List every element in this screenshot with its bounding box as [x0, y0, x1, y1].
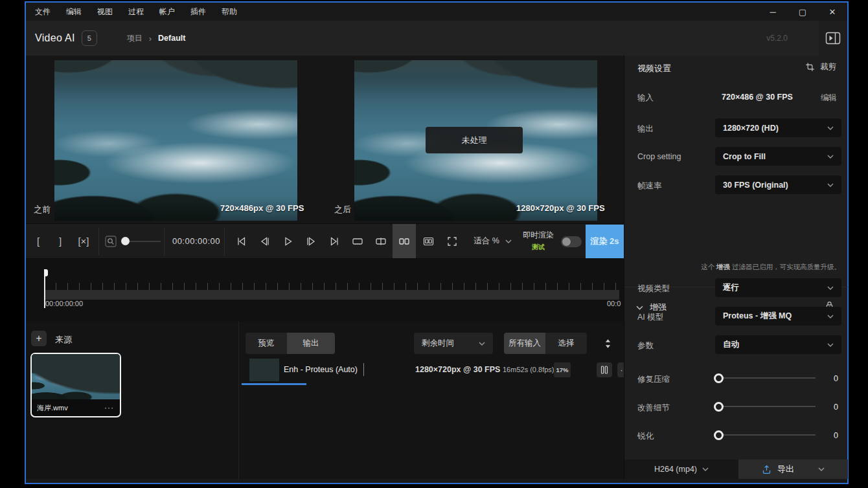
menu-view[interactable]: 视图 [97, 6, 113, 17]
add-source-button[interactable]: + [31, 331, 47, 346]
zoom-preview-icon [102, 224, 119, 258]
chevron-down-icon [702, 467, 709, 471]
ai-model-dropdown[interactable]: Proteus - 增强 MQ [715, 307, 841, 326]
render-button[interactable]: 渲染 2s [586, 225, 624, 258]
compression-slider[interactable] [715, 377, 816, 379]
source-thumbnail [32, 354, 120, 399]
timeline[interactable]: 00:00:00:00 00:0 [26, 259, 624, 322]
breadcrumb-current[interactable]: Default [158, 34, 185, 43]
version-badge: 5 [82, 30, 97, 46]
chevron-down-icon [827, 286, 834, 290]
chevron-down-icon [818, 467, 825, 471]
zoom-fit-dropdown[interactable]: 适合 % [470, 224, 503, 258]
tab-output[interactable]: 输出 [287, 333, 335, 354]
window-controls: ─ ▢ ✕ [758, 3, 847, 21]
step-forward-button[interactable] [302, 224, 320, 258]
trim-out-button[interactable]: ] [52, 224, 69, 258]
video-type-label: 视频类型 [637, 283, 670, 294]
before-label: 之前 [34, 204, 51, 216]
breadcrumb-chevron-icon: › [149, 34, 152, 43]
fullscreen-button[interactable] [443, 224, 461, 258]
params-dropdown[interactable]: 自动 [715, 335, 841, 354]
single-view-button[interactable] [348, 224, 367, 258]
slider-handle[interactable] [714, 402, 724, 412]
chevron-down-icon [827, 126, 834, 130]
queue-row-name[interactable]: Enh - Proteus (Auto) [284, 365, 358, 374]
playhead-flag [44, 269, 48, 276]
enhance-note: 这个 增强 过滤器已启用，可实现高质量升级。 [634, 263, 841, 272]
details-slider[interactable] [715, 406, 816, 407]
crop-button[interactable]: 裁剪 [805, 61, 836, 72]
menu-file[interactable]: 文件 [35, 6, 51, 17]
menu-edit[interactable]: 编辑 [66, 6, 82, 17]
queue-row-eta: 16m52s (0.8fps) [503, 366, 554, 373]
input-edit-button[interactable]: 编辑 [821, 93, 837, 104]
crop-icon [805, 62, 815, 72]
tab-preview[interactable]: 预览 [246, 333, 287, 354]
sort-order-button[interactable] [602, 336, 613, 351]
video-type-dropdown[interactable]: 逐行 [715, 278, 841, 297]
name-caret [363, 363, 364, 376]
playback-toolbar: [ ] [×] 00:00:00:00 [26, 223, 624, 259]
minimize-button[interactable]: ─ [758, 3, 788, 21]
panel-divider [238, 322, 239, 479]
video-settings-title: 视频设置 [637, 63, 671, 74]
play-button[interactable] [279, 224, 297, 258]
side-by-side-view-button[interactable] [393, 224, 416, 258]
chevron-down-icon [479, 342, 485, 346]
pause-button[interactable] [597, 362, 612, 377]
menu-process[interactable]: 过程 [128, 6, 144, 17]
sort-dropdown[interactable]: 剩余时间 [414, 333, 493, 354]
slider-handle[interactable] [714, 373, 724, 383]
queue-row-thumbnail [249, 359, 279, 381]
menu-help[interactable]: 帮助 [222, 6, 237, 17]
frame-rate-dropdown[interactable]: 30 FPS (Original) [715, 175, 841, 194]
timeline-track[interactable] [44, 290, 619, 300]
export-button[interactable]: 导出 [738, 460, 848, 479]
fit-chevron-down-icon [503, 224, 514, 258]
beta-badge: 测试 [520, 243, 557, 252]
chevron-down-icon [827, 183, 834, 187]
before-video-frame[interactable] [54, 60, 297, 221]
frame-rate-label: 帧速率 [637, 181, 662, 192]
preview-zoom-slider[interactable] [122, 241, 161, 242]
crop-setting-dropdown[interactable]: Crop to Fill [715, 147, 841, 166]
current-timecode: 00:00:00:00 [170, 224, 223, 258]
queue-row-resolution: 1280×720px @ 30 FPS [415, 365, 500, 374]
filter-select[interactable]: 选择 [545, 333, 587, 354]
split-view-button[interactable] [372, 224, 390, 258]
timeline-end-timecode: 00:0 [607, 300, 625, 307]
compare-views-button[interactable] [419, 224, 437, 258]
clear-trim-button[interactable]: [×] [73, 224, 95, 258]
output-format-dropdown[interactable]: H264 (mp4) [624, 460, 738, 479]
toggle-sidebar-button[interactable] [819, 21, 847, 56]
trim-in-button[interactable]: [ [30, 224, 47, 258]
slider-handle[interactable] [714, 430, 724, 440]
step-back-button[interactable] [255, 224, 273, 258]
app-version: v5.2.0 [766, 34, 788, 43]
queue-progress-bar [242, 383, 306, 385]
source-card[interactable]: 海岸.wmv ··· [30, 353, 121, 417]
output-resolution-dropdown[interactable]: 1280×720 (HD) [715, 118, 841, 137]
after-label: 之后 [334, 204, 351, 216]
sources-title: 来源 [55, 334, 72, 346]
chevron-down-icon [827, 315, 834, 318]
skip-to-start-button[interactable] [232, 224, 250, 258]
skip-to-end-button[interactable] [325, 224, 343, 258]
instant-render-toggle[interactable] [561, 236, 582, 247]
sharpen-slider[interactable] [715, 434, 816, 436]
after-resolution-label: 1280×720px @ 30 FPS [516, 203, 605, 213]
before-resolution-label: 720×486px @ 30 FPS [220, 203, 304, 213]
maximize-button[interactable]: ▢ [788, 3, 817, 21]
queue-progress-badge: 17% [554, 362, 571, 377]
app-title: Video AI [35, 32, 75, 44]
menu-account[interactable]: 帐户 [159, 6, 175, 17]
menu-plugins[interactable]: 插件 [190, 6, 206, 17]
filter-all-inputs[interactable]: 所有输入 [504, 333, 545, 354]
close-button[interactable]: ✕ [817, 3, 847, 21]
breadcrumb-project[interactable]: 项目 [127, 33, 143, 44]
zoom-slider-handle[interactable] [121, 237, 130, 245]
source-more-button[interactable]: ··· [104, 403, 114, 412]
ai-model-label: AI 模型 [637, 312, 663, 323]
queue-row[interactable]: Enh - Proteus (Auto) 1280×720px @ 30 FPS… [242, 359, 622, 384]
